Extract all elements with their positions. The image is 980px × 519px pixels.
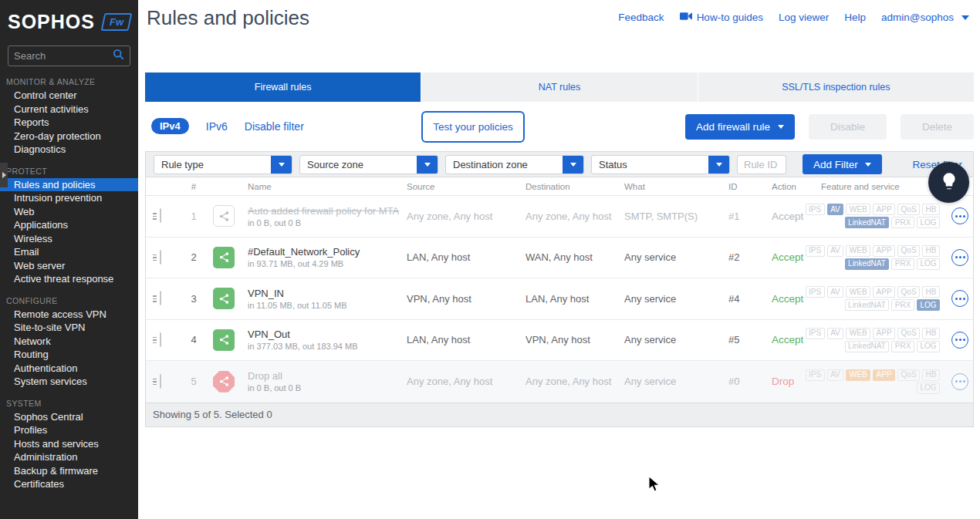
howto-guides-link[interactable]: How-to guides xyxy=(680,12,763,23)
disable-button[interactable]: Disable xyxy=(809,114,887,140)
log-viewer-link[interactable]: Log viewer xyxy=(779,12,829,23)
sidebar: SOPHOS Fw MONITOR & ANALYZEControl cente… xyxy=(0,0,138,519)
add-filter-button[interactable]: Add Filter xyxy=(803,154,882,174)
rule-name[interactable]: #Default_Network_Policy xyxy=(248,246,407,258)
feature-badge-av: AV xyxy=(827,204,844,215)
feature-badges: IPSAVWEBAPPQoSHBLinkedNATPRXLOG xyxy=(819,204,943,228)
sidebar-item-web-server[interactable]: Web server xyxy=(0,259,138,273)
rule-tabs: Firewall rulesNAT rulesSSL/TLS inspectio… xyxy=(145,72,974,102)
rule-name[interactable]: Auto added firewall policy for MTA xyxy=(248,205,407,217)
row-checkbox[interactable] xyxy=(160,291,161,305)
sidebar-item-routing[interactable]: Routing xyxy=(0,348,138,362)
sidebar-collapse-handle[interactable] xyxy=(0,163,8,187)
sidebar-item-certificates[interactable]: Certificates xyxy=(0,477,138,491)
rule-name[interactable]: VPN_Out xyxy=(248,329,407,340)
dropdown-label: Source zone xyxy=(300,159,363,170)
sidebar-item-hosts-and-services[interactable]: Hosts and services xyxy=(0,437,138,451)
rule-traffic: in 11.05 MB, out 11.05 MB xyxy=(248,301,407,310)
rule-name[interactable]: VPN_IN xyxy=(248,288,407,299)
sidebar-search[interactable] xyxy=(8,45,130,66)
feature-badge-linkednat: LinkedNAT xyxy=(845,299,890,311)
tab-ssl-tls-inspection-rules[interactable]: SSL/TLS inspection rules xyxy=(698,72,974,102)
test-policies-button[interactable]: Test your policies xyxy=(421,111,525,143)
sidebar-item-system-services[interactable]: System services xyxy=(0,375,138,389)
feature-badge-ips: IPS xyxy=(806,369,825,381)
drag-handle-icon[interactable] xyxy=(146,254,160,261)
feature-badges: IPSAVWEBAPPQoSHBLOG xyxy=(819,369,943,394)
sidebar-item-current-activities[interactable]: Current activities xyxy=(0,103,138,116)
row-checkbox[interactable] xyxy=(160,250,161,265)
feature-badge-linkednat: LinkedNAT xyxy=(845,258,890,270)
sidebar-item-web[interactable]: Web xyxy=(0,205,138,219)
sidebar-item-diagnostics[interactable]: Diagnostics xyxy=(0,143,138,157)
chevron-down-icon[interactable] xyxy=(417,156,438,174)
feedback-link[interactable]: Feedback xyxy=(618,12,664,23)
row-checkbox[interactable] xyxy=(160,208,161,223)
row-checkbox[interactable] xyxy=(160,332,161,347)
add-firewall-rule-button[interactable]: Add firewall rule xyxy=(685,114,795,140)
search-icon[interactable] xyxy=(113,49,124,63)
row-number: 5 xyxy=(181,376,206,387)
filter-dropdown-rule-type[interactable]: Rule type xyxy=(154,155,292,174)
lightbulb-icon xyxy=(939,171,959,194)
search-input[interactable] xyxy=(14,50,113,62)
help-bulb-button[interactable] xyxy=(928,162,969,203)
delete-button[interactable]: Delete xyxy=(901,114,974,140)
rule-id: #1 xyxy=(728,211,765,222)
sidebar-item-profiles[interactable]: Profiles xyxy=(0,423,138,437)
sidebar-item-wireless[interactable]: Wireless xyxy=(0,232,138,246)
rule-type-icon xyxy=(213,288,235,309)
rule-name[interactable]: Drop all xyxy=(248,370,407,382)
sidebar-item-applications[interactable]: Applications xyxy=(0,218,138,232)
sidebar-item-active-threat-response[interactable]: Active threat response xyxy=(0,272,138,286)
drag-handle-icon[interactable] xyxy=(146,379,160,386)
sidebar-item-control-center[interactable]: Control center xyxy=(0,89,138,103)
more-options-button[interactable] xyxy=(951,249,968,266)
more-options-button[interactable] xyxy=(951,207,968,224)
feature-badge-qos: QoS xyxy=(897,245,920,257)
drag-handle-icon[interactable] xyxy=(146,295,160,302)
sidebar-item-backup-firmware[interactable]: Backup & firmware xyxy=(0,464,138,478)
sidebar-item-reports[interactable]: Reports xyxy=(0,116,138,130)
disable-filter-link[interactable]: Disable filter xyxy=(245,120,304,133)
more-options-button[interactable] xyxy=(951,290,968,307)
col-source: Source xyxy=(407,182,525,191)
ipv4-toggle[interactable]: IPv4 xyxy=(151,118,189,134)
drag-handle-icon[interactable] xyxy=(146,337,160,344)
more-options-button[interactable] xyxy=(951,332,968,349)
feature-badge-linkednat: LinkedNAT xyxy=(845,341,890,352)
account-menu[interactable]: admin@sophos xyxy=(881,12,969,23)
rule-source: Any zone, Any host xyxy=(407,376,525,387)
feature-badge-av: AV xyxy=(827,328,844,339)
more-options-button[interactable] xyxy=(951,373,968,390)
feature-badge-linkednat: LinkedNAT xyxy=(845,217,890,228)
table-body: 1 Auto added firewall policy for MTA in … xyxy=(146,196,973,403)
row-checkbox[interactable] xyxy=(160,374,161,389)
ipv6-toggle[interactable]: IPv6 xyxy=(206,120,228,133)
filter-dropdowns: Rule type Source zone Destination zone S… xyxy=(154,155,730,174)
sidebar-item-sophos-central[interactable]: Sophos Central xyxy=(0,410,138,424)
sidebar-item-intrusion-prevention[interactable]: Intrusion prevention xyxy=(0,191,138,205)
feature-badge-ips: IPS xyxy=(806,245,825,257)
tab-nat-rules[interactable]: NAT rules xyxy=(421,72,698,102)
chevron-down-icon[interactable] xyxy=(271,156,292,174)
sidebar-item-rules-and-policies[interactable]: Rules and policies xyxy=(0,178,138,192)
filter-dropdown-destination-zone[interactable]: Destination zone xyxy=(445,155,584,174)
feature-badge-ips: IPS xyxy=(806,204,825,215)
main-content: Rules and policies Feedback How-to guide… xyxy=(138,0,980,519)
sidebar-item-zero-day-protection[interactable]: Zero-day protection xyxy=(0,130,138,143)
chevron-down-icon[interactable] xyxy=(563,156,583,174)
sidebar-item-email[interactable]: Email xyxy=(0,245,138,259)
rule-id-input[interactable] xyxy=(737,155,786,174)
drag-handle-icon[interactable] xyxy=(146,213,160,220)
sidebar-item-administration[interactable]: Administration xyxy=(0,450,138,464)
sidebar-item-site-to-site-vpn[interactable]: Site-to-site VPN xyxy=(0,321,138,335)
sidebar-item-authentication[interactable]: Authentication xyxy=(0,362,138,376)
sidebar-item-remote-access-vpn[interactable]: Remote access VPN xyxy=(0,308,138,322)
sidebar-item-network[interactable]: Network xyxy=(0,335,138,349)
filter-dropdown-source-zone[interactable]: Source zone xyxy=(299,155,438,174)
filter-dropdown-status[interactable]: Status xyxy=(591,155,730,174)
chevron-down-icon[interactable] xyxy=(708,156,729,174)
tab-firewall-rules[interactable]: Firewall rules xyxy=(145,72,421,102)
help-link[interactable]: Help xyxy=(844,12,866,23)
